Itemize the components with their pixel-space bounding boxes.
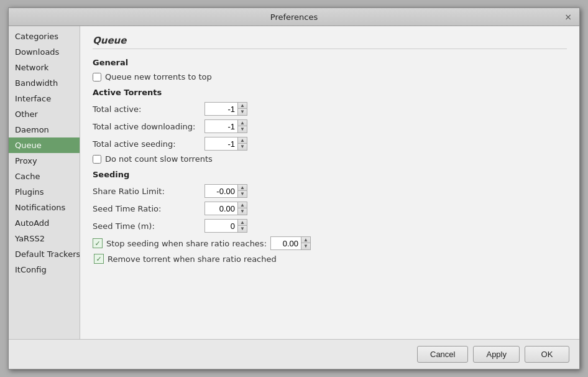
apply-button[interactable]: Apply <box>473 346 520 363</box>
sidebar-item-network[interactable]: Network <box>9 60 80 75</box>
total-active-seeding-row: Total active seeding: ▲ ▼ <box>93 137 567 151</box>
stop-seeding-spinbox: ▲ ▼ <box>270 236 311 250</box>
share-ratio-limit-spin-down[interactable]: ▼ <box>238 191 247 197</box>
remove-torrent-row: ✓ Remove torrent when share ratio reache… <box>94 254 567 264</box>
stop-seeding-spin-up[interactable]: ▲ <box>301 237 310 243</box>
seed-time-spin-down[interactable]: ▼ <box>238 226 247 232</box>
seed-time-ratio-row: Seed Time Ratio: ▲ ▼ <box>93 202 567 215</box>
sidebar: Categories Downloads Network Bandwidth I… <box>9 26 80 339</box>
sidebar-item-default-trackers[interactable]: Default Trackers <box>9 246 80 262</box>
stop-seeding-row: ✓ Stop seeding when share ratio reaches:… <box>93 236 567 250</box>
share-ratio-limit-spin-buttons: ▲ ▼ <box>238 184 247 198</box>
total-active-spin-buttons: ▲ ▼ <box>238 102 247 116</box>
close-button[interactable]: × <box>563 12 573 22</box>
total-active-downloading-input[interactable] <box>204 119 238 133</box>
content-area: Categories Downloads Network Bandwidth I… <box>9 26 579 339</box>
total-active-seeding-spin-buttons: ▲ ▼ <box>238 137 247 151</box>
share-ratio-limit-input[interactable] <box>204 184 238 198</box>
ok-button[interactable]: OK <box>525 346 569 363</box>
sidebar-item-bandwidth[interactable]: Bandwidth <box>9 75 80 91</box>
sidebar-item-cache[interactable]: Cache <box>9 169 80 184</box>
seed-time-spin-up[interactable]: ▲ <box>238 220 247 226</box>
stop-seeding-label: Stop seeding when share ratio reaches: <box>106 239 267 248</box>
seed-time-spin-buttons: ▲ ▼ <box>238 219 247 233</box>
section-title: Queue <box>93 35 567 49</box>
total-active-seeding-input[interactable] <box>204 137 238 151</box>
do-not-count-slow-row: Do not count slow torrents <box>93 154 567 164</box>
seed-time-ratio-input[interactable] <box>204 202 238 215</box>
total-active-downloading-row: Total active downloading: ▲ ▼ <box>93 119 567 133</box>
sidebar-item-plugins[interactable]: Plugins <box>9 184 80 200</box>
total-active-downloading-spin-buttons: ▲ ▼ <box>238 119 247 133</box>
seed-time-spinbox: ▲ ▼ <box>204 219 247 233</box>
stop-seeding-checkbox[interactable]: ✓ <box>93 238 103 248</box>
total-active-seeding-spinbox: ▲ ▼ <box>204 137 247 151</box>
total-active-spin-down[interactable]: ▼ <box>238 109 247 115</box>
stop-seeding-spin-down[interactable]: ▼ <box>301 243 310 249</box>
seeding-label: Seeding <box>93 170 567 179</box>
sidebar-item-queue[interactable]: Queue <box>9 137 80 153</box>
total-active-row: Total active: ▲ ▼ <box>93 102 567 116</box>
sidebar-item-interface[interactable]: Interface <box>9 91 80 106</box>
stop-seeding-spin-buttons: ▲ ▼ <box>301 236 311 250</box>
remove-torrent-checkbox[interactable]: ✓ <box>94 254 104 264</box>
sidebar-item-itconfig[interactable]: ItConfig <box>9 262 80 277</box>
total-active-downloading-spin-down[interactable]: ▼ <box>238 126 247 133</box>
share-ratio-limit-label: Share Ratio Limit: <box>93 187 204 196</box>
dialog-title: Preferences <box>25 12 563 22</box>
seed-time-row: Seed Time (m): ▲ ▼ <box>93 219 567 233</box>
total-active-spin-up[interactable]: ▲ <box>238 103 247 109</box>
sidebar-item-categories[interactable]: Categories <box>9 29 80 44</box>
sidebar-item-yarss2[interactable]: YaRSS2 <box>9 231 80 246</box>
remove-torrent-label: Remove torrent when share ratio reached <box>108 254 277 264</box>
preferences-dialog: Preferences × Categories Downloads Netwo… <box>8 7 580 370</box>
total-active-downloading-label: Total active downloading: <box>93 122 204 131</box>
share-ratio-limit-row: Share Ratio Limit: ▲ ▼ <box>93 184 567 198</box>
total-active-input[interactable] <box>204 102 238 116</box>
main-panel: Queue General Queue new torrents to top … <box>80 26 579 339</box>
sidebar-item-downloads[interactable]: Downloads <box>9 44 80 60</box>
seed-time-label: Seed Time (m): <box>93 221 204 231</box>
share-ratio-limit-spin-up[interactable]: ▲ <box>238 185 247 191</box>
total-active-seeding-spin-down[interactable]: ▼ <box>238 144 247 150</box>
sidebar-item-autoadd[interactable]: AutoAdd <box>9 215 80 231</box>
seed-time-ratio-spinbox: ▲ ▼ <box>204 202 247 215</box>
total-active-seeding-label: Total active seeding: <box>93 139 204 149</box>
total-active-downloading-spinbox: ▲ ▼ <box>204 119 247 133</box>
general-label: General <box>93 58 567 67</box>
share-ratio-limit-spinbox: ▲ ▼ <box>204 184 247 198</box>
footer: Cancel Apply OK <box>9 339 579 369</box>
total-active-spinbox: ▲ ▼ <box>204 102 247 116</box>
stop-seeding-input[interactable] <box>270 236 301 250</box>
sidebar-item-notifications[interactable]: Notifications <box>9 200 80 215</box>
total-active-label: Total active: <box>93 105 204 114</box>
seed-time-input[interactable] <box>204 219 238 233</box>
queue-new-torrents-checkbox[interactable] <box>93 73 101 81</box>
seed-time-ratio-spin-down[interactable]: ▼ <box>238 208 247 215</box>
do-not-count-slow-checkbox[interactable] <box>93 155 101 164</box>
seed-time-ratio-label: Seed Time Ratio: <box>93 204 204 213</box>
cancel-button[interactable]: Cancel <box>417 346 468 363</box>
sidebar-item-other[interactable]: Other <box>9 106 80 122</box>
seed-time-ratio-spin-buttons: ▲ ▼ <box>238 202 247 215</box>
titlebar: Preferences × <box>9 8 579 26</box>
queue-new-torrents-row: Queue new torrents to top <box>93 72 567 81</box>
sidebar-item-daemon[interactable]: Daemon <box>9 122 80 137</box>
seed-time-ratio-spin-up[interactable]: ▲ <box>238 202 247 208</box>
active-torrents-label: Active Torrents <box>93 88 567 97</box>
total-active-seeding-spin-up[interactable]: ▲ <box>238 137 247 144</box>
total-active-downloading-spin-up[interactable]: ▲ <box>238 120 247 126</box>
queue-new-torrents-label: Queue new torrents to top <box>105 72 212 81</box>
sidebar-item-proxy[interactable]: Proxy <box>9 153 80 169</box>
do-not-count-slow-label: Do not count slow torrents <box>105 154 213 164</box>
